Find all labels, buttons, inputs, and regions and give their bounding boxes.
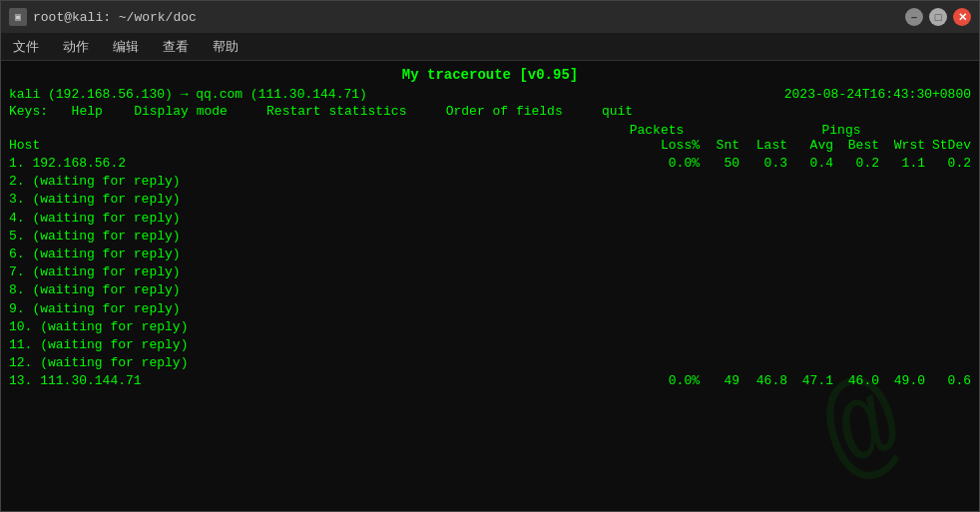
row-host: 6. (waiting for reply) bbox=[9, 246, 548, 263]
window-controls: – □ ✕ bbox=[905, 8, 971, 26]
row-host: 4. (waiting for reply) bbox=[9, 210, 548, 228]
col-wrst-label: Wrst bbox=[879, 138, 925, 153]
row-host: 9. (waiting for reply) bbox=[9, 300, 548, 318]
row-stats bbox=[548, 246, 971, 263]
minimize-button[interactable]: – bbox=[905, 8, 923, 26]
col-last-label: Last bbox=[739, 138, 787, 153]
col-snt-label: Snt bbox=[700, 138, 739, 153]
menu-file[interactable]: 文件 bbox=[9, 36, 43, 58]
k-restart[interactable]: Restart statistics bbox=[266, 104, 438, 119]
title-bar-left: ▣ root@kali: ~/work/doc bbox=[9, 8, 197, 26]
mtr-route: kali (192.168.56.130) → qq.com (111.30.1… bbox=[9, 87, 971, 102]
section-headers: Packets Pings bbox=[548, 123, 971, 138]
mtr-keys: Keys: Help Display mode Restart statisti… bbox=[9, 104, 971, 119]
table-row: 9. (waiting for reply) bbox=[9, 300, 971, 318]
maximize-button[interactable]: □ bbox=[929, 8, 947, 26]
row-host: 2. (waiting for reply) bbox=[9, 173, 548, 191]
row-host: 5. (waiting for reply) bbox=[9, 228, 548, 246]
row-stats: 0.0%500.30.40.21.10.2 bbox=[548, 155, 971, 173]
mtr-route-right: 2023-08-24T16:43:30+0800 bbox=[784, 87, 971, 102]
table-row: 8. (waiting for reply) bbox=[9, 281, 971, 299]
col-host-label: Host bbox=[9, 138, 40, 153]
row-stats bbox=[548, 210, 971, 228]
terminal-body: My traceroute [v0.95] kali (192.168.56.1… bbox=[1, 61, 979, 511]
table-row: 10. (waiting for reply) bbox=[9, 318, 971, 336]
row-stats bbox=[548, 354, 971, 372]
row-stats bbox=[548, 228, 971, 246]
row-stats bbox=[548, 300, 971, 318]
col-avg-label: Avg bbox=[787, 138, 833, 153]
table-row: 13. 111.30.144.710.0%4946.847.146.049.00… bbox=[9, 372, 971, 390]
row-host: 12. (waiting for reply) bbox=[9, 354, 548, 372]
table-row: 12. (waiting for reply) bbox=[9, 354, 971, 372]
k-order[interactable]: Order of fields bbox=[446, 104, 594, 119]
k-quit[interactable]: quit bbox=[602, 104, 633, 119]
k-help[interactable]: Help bbox=[72, 104, 127, 119]
menu-bar: 文件 动作 编辑 查看 帮助 bbox=[1, 33, 979, 61]
col-stdev-label: StDev bbox=[925, 138, 971, 153]
row-stats bbox=[548, 191, 971, 209]
stat-col-headers: Loss% Snt Last Avg Best Wrst StDev bbox=[548, 138, 971, 153]
row-host: 10. (waiting for reply) bbox=[9, 318, 548, 336]
packets-section-label: Packets bbox=[602, 123, 712, 138]
menu-help[interactable]: 帮助 bbox=[209, 36, 243, 58]
k-display[interactable]: Display mode bbox=[134, 104, 258, 119]
table-row: 3. (waiting for reply) bbox=[9, 191, 971, 209]
row-host: 1. 192.168.56.2 bbox=[9, 155, 548, 173]
table-row: 11. (waiting for reply) bbox=[9, 336, 971, 354]
mtr-route-left: kali (192.168.56.130) → qq.com (111.30.1… bbox=[9, 87, 367, 102]
menu-view[interactable]: 查看 bbox=[159, 36, 193, 58]
row-stats bbox=[548, 336, 971, 354]
column-headers: Host Loss% Snt Last Avg Best Wrst StDev bbox=[9, 138, 971, 153]
mtr-title: My traceroute [v0.95] bbox=[9, 67, 971, 83]
table-row: 5. (waiting for reply) bbox=[9, 228, 971, 246]
row-host: 13. 111.30.144.71 bbox=[9, 372, 548, 390]
col-loss-label: Loss% bbox=[648, 138, 700, 153]
window-title: root@kali: ~/work/doc bbox=[33, 10, 197, 25]
row-stats bbox=[548, 281, 971, 299]
col-best-label: Best bbox=[833, 138, 879, 153]
row-host: 7. (waiting for reply) bbox=[9, 263, 548, 281]
row-host: 11. (waiting for reply) bbox=[9, 336, 548, 354]
close-button[interactable]: ✕ bbox=[953, 8, 971, 26]
table-row: 1. 192.168.56.20.0%500.30.40.21.10.2 bbox=[9, 155, 971, 173]
row-stats bbox=[548, 263, 971, 281]
table-row: 6. (waiting for reply) bbox=[9, 246, 971, 263]
title-bar: ▣ root@kali: ~/work/doc – □ ✕ bbox=[1, 1, 979, 33]
terminal-window: ▣ root@kali: ~/work/doc – □ ✕ 文件 动作 编辑 查… bbox=[0, 0, 980, 512]
row-stats bbox=[548, 173, 971, 191]
host-col-spacer bbox=[9, 123, 548, 138]
pings-section-label: Pings bbox=[712, 123, 971, 138]
menu-action[interactable]: 动作 bbox=[59, 36, 93, 58]
terminal-icon: ▣ bbox=[9, 8, 27, 26]
table-row: 2. (waiting for reply) bbox=[9, 173, 971, 191]
table-row: 7. (waiting for reply) bbox=[9, 263, 971, 281]
keys-label-text: Keys: bbox=[9, 104, 64, 119]
table-row: 4. (waiting for reply) bbox=[9, 210, 971, 228]
row-stats bbox=[548, 318, 971, 336]
row-host: 3. (waiting for reply) bbox=[9, 191, 548, 209]
row-stats: 0.0%4946.847.146.049.00.6 bbox=[548, 372, 971, 390]
row-host: 8. (waiting for reply) bbox=[9, 281, 548, 299]
mtr-data-rows: 1. 192.168.56.20.0%500.30.40.21.10.22. (… bbox=[9, 155, 971, 390]
menu-edit[interactable]: 编辑 bbox=[109, 36, 143, 58]
